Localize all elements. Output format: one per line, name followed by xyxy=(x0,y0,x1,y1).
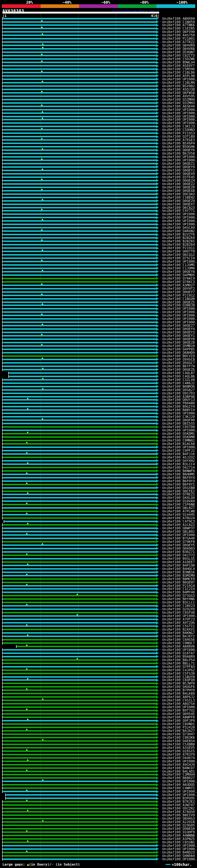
hit-bar xyxy=(3,571,156,573)
hit-bar xyxy=(3,230,156,232)
subject-continues-arrow-icon xyxy=(156,520,159,523)
query-start-tick xyxy=(2,368,3,371)
subject-continues-arrow-icon xyxy=(156,452,159,456)
hit-bar xyxy=(3,693,156,694)
hit-bar xyxy=(3,825,156,826)
query-gap-marker-icon xyxy=(41,20,43,21)
subject-gap-marker xyxy=(159,602,162,603)
subject-continues-arrow-icon xyxy=(156,689,159,692)
query-gap-marker-icon xyxy=(41,344,43,345)
query-start-tick xyxy=(2,91,3,94)
query-gap-marker-icon xyxy=(41,303,43,305)
query-start-tick xyxy=(2,537,3,540)
query-gap-marker-icon xyxy=(42,377,44,379)
subject-gap-marker xyxy=(159,359,162,360)
subject-continues-arrow-icon xyxy=(156,665,159,668)
hit-bar xyxy=(3,517,156,519)
subject-continues-arrow-icon xyxy=(156,496,159,499)
query-start-tick xyxy=(2,270,3,273)
hit-bar xyxy=(3,659,156,661)
hit-bar xyxy=(3,706,156,708)
hit-label: UniRef100_Q0QEY7 xyxy=(162,290,195,294)
query-start-tick xyxy=(2,736,3,739)
hit-bar xyxy=(3,18,156,20)
query-start-tick xyxy=(2,783,3,786)
query-start-tick xyxy=(2,85,3,88)
subject-gap-marker xyxy=(159,89,162,90)
subject-continues-arrow-icon xyxy=(156,196,159,199)
query-start-tick xyxy=(2,260,3,263)
subject-gap-marker xyxy=(159,805,162,805)
query-start-tick xyxy=(2,790,3,793)
hit-bar xyxy=(3,510,156,512)
query-start-tick xyxy=(2,348,3,351)
subject-gap-marker xyxy=(159,116,162,117)
query-gap-marker-icon xyxy=(26,708,28,710)
hit-bar xyxy=(3,689,156,691)
subject-continues-arrow-icon xyxy=(156,398,159,402)
query-start-tick xyxy=(2,105,3,108)
subject-continues-arrow-icon xyxy=(156,844,159,847)
query-start-tick xyxy=(2,247,3,249)
query-gap-marker-icon xyxy=(27,840,29,841)
query-start-tick xyxy=(2,810,3,813)
subject-gap-marker xyxy=(159,616,162,616)
query-start-tick xyxy=(2,135,3,138)
query-start-tick xyxy=(2,240,3,243)
hit-bar xyxy=(3,170,156,171)
subject-continues-arrow-icon xyxy=(156,810,159,813)
query-start-tick xyxy=(2,409,3,411)
query-gap-marker-icon xyxy=(76,614,78,615)
subject-continues-arrow-icon xyxy=(156,510,159,513)
hit-bar xyxy=(3,703,156,705)
subject-continues-arrow-icon xyxy=(156,189,159,192)
scale-label-80: ~80% xyxy=(140,0,149,4)
query-gap-marker-icon xyxy=(41,209,43,210)
subject-continues-arrow-icon xyxy=(156,284,159,287)
hit-bar xyxy=(3,491,156,492)
hit-bar xyxy=(3,21,156,23)
query-gap-marker-icon xyxy=(27,492,29,494)
subject-gap-marker xyxy=(159,595,162,596)
hit-bar xyxy=(3,308,156,309)
query-gap-marker-icon xyxy=(41,53,43,55)
hit-bar xyxy=(3,159,156,161)
hit-bar xyxy=(3,615,156,617)
query-sequence-bar xyxy=(2,12,159,13)
query-gap-marker-icon xyxy=(41,70,43,72)
query-gap-marker-icon xyxy=(41,293,43,295)
hit-bar xyxy=(3,244,156,245)
subject-continues-arrow-icon xyxy=(156,588,159,591)
query-gap-marker-icon xyxy=(42,367,44,369)
subject-continues-arrow-icon xyxy=(156,713,159,716)
query-start-tick xyxy=(2,510,3,513)
query-gap-marker-icon xyxy=(27,563,29,565)
query-start-tick xyxy=(2,770,3,773)
subject-gap-marker xyxy=(159,245,162,245)
hit-bar xyxy=(3,555,156,556)
hit-bar xyxy=(3,845,156,846)
hit-bar xyxy=(3,612,156,613)
hit-bar xyxy=(3,534,156,536)
subject-continues-arrow-icon xyxy=(156,91,159,94)
query-start-tick xyxy=(2,820,3,823)
hit-label: UniRef100_UPI000.. xyxy=(162,847,197,851)
hit-bar xyxy=(3,841,156,843)
subject-continues-arrow-icon xyxy=(156,422,159,425)
subject-continues-arrow-icon xyxy=(156,777,159,780)
hit-label: UniRef100_B3MIM9 xyxy=(162,574,195,577)
subject-gap-marker xyxy=(159,521,162,522)
hit-bar xyxy=(3,113,156,114)
alignview-overview: 20% ~40% ~60% ~80% ~100% AV638383 AlignV… xyxy=(0,0,197,868)
query-gap-marker-icon xyxy=(42,779,44,780)
subject-continues-arrow-icon xyxy=(156,554,159,557)
query-gap-marker-icon xyxy=(41,104,43,105)
subject-continues-arrow-icon xyxy=(156,601,159,604)
subject-gap-symbol: - xyxy=(52,863,54,866)
subject-continues-arrow-icon xyxy=(156,176,159,179)
hit-bar xyxy=(3,460,156,462)
subject-gap-marker xyxy=(159,123,162,123)
subject-continues-arrow-icon xyxy=(156,466,159,469)
subject-continues-arrow-icon xyxy=(156,723,159,726)
subject-continues-arrow-icon xyxy=(156,395,159,398)
